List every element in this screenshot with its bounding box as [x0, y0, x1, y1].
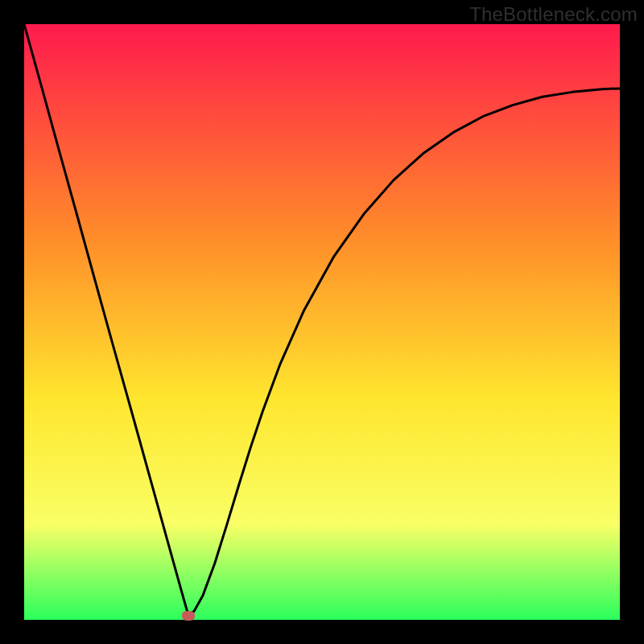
min-marker [182, 611, 195, 621]
gradient-background [24, 24, 620, 620]
watermark-text: TheBottleneck.com [469, 3, 638, 26]
plot-frame [24, 24, 620, 620]
heatmap-plot [24, 24, 620, 620]
